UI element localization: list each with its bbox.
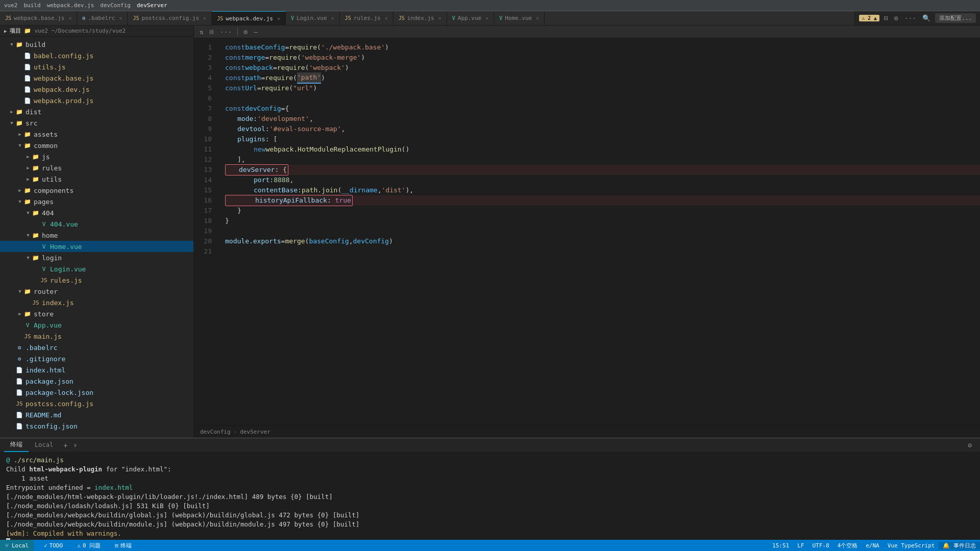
more-icon[interactable]: ··· xyxy=(218,27,233,37)
file-tab-babelrc[interactable]: ⚙ .babelrc ✕ xyxy=(77,11,128,25)
status-ext[interactable]: e/NA xyxy=(862,542,884,549)
tree-item-webpackbase[interactable]: 📄 webpack.base.js xyxy=(0,72,193,84)
status-language[interactable]: Vue TypeScript xyxy=(884,542,939,549)
close-tab-indexjs[interactable]: ✕ xyxy=(438,15,442,21)
tree-item-rules[interactable]: ▶ 📁 rules xyxy=(0,162,193,173)
tree-item-gitignore[interactable]: ⚙ .gitignore xyxy=(0,353,193,364)
tree-item-routerindex[interactable]: JS index.js xyxy=(0,297,193,308)
status-encoding[interactable]: LF xyxy=(793,542,808,549)
tree-item-src[interactable]: ▼ 📁 src xyxy=(0,117,193,129)
tree-item-common[interactable]: ▼ 📁 common xyxy=(0,140,193,151)
terminal-tab-terminal[interactable]: 终端 xyxy=(4,438,29,452)
close-tab-webpackbase[interactable]: ✕ xyxy=(68,15,71,21)
tree-item-webpackdev[interactable]: 📄 webpack.dev.js xyxy=(0,84,193,95)
file-tab-webpackbase[interactable]: JS webpack.base.js ✕ xyxy=(0,11,77,25)
tree-item-dist[interactable]: ▶ 📁 dist xyxy=(0,106,193,117)
tree-item-homefolder[interactable]: ▼ 📁 home xyxy=(0,230,193,241)
status-position[interactable]: 15:51 xyxy=(768,542,793,549)
tree-item-utilsjs[interactable]: 📄 utils.js xyxy=(0,61,193,72)
tree-item-loginvue[interactable]: V Login.vue xyxy=(0,263,193,274)
toolbar-split-icon[interactable]: ⊟ xyxy=(883,13,890,23)
format-icon[interactable]: ⇅ xyxy=(198,27,205,37)
tree-item-webpackprod[interactable]: 📄 webpack.prod.js xyxy=(0,95,193,106)
close-tab-homevue[interactable]: ✕ xyxy=(536,15,539,21)
code-line-4: const path = require('path') xyxy=(225,73,980,83)
file-tab-indexjs[interactable]: JS index.js ✕ xyxy=(394,11,447,25)
toolbar-search-icon[interactable]: 🔍 xyxy=(921,13,932,23)
code-editor[interactable]: 12345 678910 1112131415 1617181920 21 co… xyxy=(194,38,980,425)
close-tab-babelrc[interactable]: ✕ xyxy=(119,15,122,21)
file-tab-appvue[interactable]: V App.vue ✕ xyxy=(447,11,494,25)
tree-item-packagelock[interactable]: 📄 package-lock.json xyxy=(0,387,193,398)
file-tab-loginvue[interactable]: V Login.vue ✕ xyxy=(286,11,340,25)
tree-item-assets[interactable]: ▶ 📁 assets xyxy=(0,129,193,140)
terminal-settings-icon[interactable]: ⚙ xyxy=(964,441,976,449)
tree-item-homevue[interactable]: V Home.vue xyxy=(0,241,193,252)
title-tab-build[interactable]: build xyxy=(24,2,41,9)
close-tab-loginvue[interactable]: ✕ xyxy=(331,15,334,21)
tree-item-packagejson[interactable]: 📄 package.json xyxy=(0,375,193,387)
status-branch[interactable]: ⑂ Local xyxy=(0,540,34,551)
file-tab-homevue[interactable]: V Home.vue ✕ xyxy=(494,11,545,25)
close-tab-rulesjs[interactable]: ✕ xyxy=(385,15,388,21)
tree-item-appvue[interactable]: V App.vue xyxy=(0,319,193,331)
status-issues[interactable]: ⚠ 0 问题 xyxy=(73,542,105,549)
add-config-button[interactable]: 添加配置... xyxy=(935,13,976,23)
terminal-tab-local[interactable]: Local xyxy=(29,438,59,452)
tree-item-404folder[interactable]: ▼ 📁 404 xyxy=(0,207,193,218)
minimize-icon[interactable]: — xyxy=(252,27,259,37)
tree-item-postcssconfig[interactable]: JS postcss.config.js xyxy=(0,398,193,409)
terminal-line-child: Child html-webpack-plugin for "index.htm… xyxy=(6,465,974,474)
toolbar-more-icon[interactable]: ··· xyxy=(903,13,918,23)
terminal-line-entrypoint: Entrypoint undefined = index.html xyxy=(6,483,974,492)
vue-icon-app: V xyxy=(23,322,32,329)
tree-item-pages[interactable]: ▼ 📁 pages xyxy=(0,196,193,207)
icon-packagejson: 📄 xyxy=(15,378,23,385)
close-tab-webpackdev[interactable]: ✕ xyxy=(277,16,280,21)
tree-item-utils[interactable]: ▶ 📁 utils xyxy=(0,173,193,185)
tree-item-babelconfig[interactable]: 📄 babel.config.js xyxy=(0,50,193,61)
file-tab-webpackdev[interactable]: JS webpack.dev.js ✕ xyxy=(212,11,286,25)
toolbar-settings-icon[interactable]: ⚙ xyxy=(893,13,900,23)
title-tab-webpackdevjs[interactable]: webpack.dev.js xyxy=(47,2,94,9)
status-indent[interactable]: 4个空格 xyxy=(834,542,862,549)
status-bar: ⑂ Local ✓ TODO ⚠ 0 问题 ⊟ 终端 15:51 LF UTF-… xyxy=(0,540,980,551)
tree-item-js[interactable]: ▶ 📁 js xyxy=(0,151,193,162)
sidebar-expand-icon[interactable]: ▶ xyxy=(4,29,7,34)
code-content[interactable]: const baseConfig = require('./webpack.ba… xyxy=(217,38,980,425)
status-right: 15:51 LF UTF-8 4个空格 e/NA Vue TypeScript … xyxy=(768,542,980,549)
status-charset[interactable]: UTF-8 xyxy=(808,542,833,549)
tree-item-build[interactable]: ▼ 📁 build xyxy=(0,39,193,50)
split-icon[interactable]: ⊟ xyxy=(208,27,215,37)
label-store: store xyxy=(34,310,54,318)
title-tab-devserver[interactable]: devServer xyxy=(137,2,167,9)
tree-item-babelrc[interactable]: ⚙ .babelrc xyxy=(0,342,193,353)
code-line-12: ], xyxy=(225,155,980,165)
settings-icon[interactable]: ⚙ xyxy=(242,27,249,37)
terminal-content[interactable]: @ ./src/main.js Child html-webpack-plugi… xyxy=(0,453,980,540)
tree-item-readme[interactable]: 📄 README.md xyxy=(0,409,193,420)
warnings-badge[interactable]: ⚠ 2 ▲ xyxy=(859,15,879,21)
tree-item-indexhtml[interactable]: 📄 index.html xyxy=(0,364,193,375)
tree-item-store[interactable]: ▶ 📁 store xyxy=(0,308,193,319)
breadcrumb-devserver[interactable]: devServer xyxy=(240,429,271,435)
tree-item-rulesjs[interactable]: JS rules.js xyxy=(0,274,193,286)
tree-item-loginfolder[interactable]: ▼ 📁 login xyxy=(0,252,193,263)
file-tab-rulesjs[interactable]: JS rules.js ✕ xyxy=(340,11,394,25)
status-terminal[interactable]: ⊟ 终端 xyxy=(111,542,136,549)
tree-item-tsconfig[interactable]: 📄 tsconfig.json xyxy=(0,420,193,432)
status-todo[interactable]: ✓ TODO xyxy=(40,542,67,549)
breadcrumb-devconfig[interactable]: devConfig xyxy=(200,429,231,435)
file-tab-postcss[interactable]: JS postcss.config.js ✕ xyxy=(128,11,212,25)
status-notifications[interactable]: 🔔 事件日志 xyxy=(939,542,980,549)
tree-item-router[interactable]: ▼ 📁 router xyxy=(0,286,193,297)
terminal-add-button[interactable]: + xyxy=(59,441,71,449)
terminal-dropdown[interactable]: ∨ xyxy=(72,442,79,448)
close-tab-appvue[interactable]: ✕ xyxy=(485,15,488,21)
tree-item-404vue[interactable]: V 404.vue xyxy=(0,218,193,230)
close-tab-postcss[interactable]: ✕ xyxy=(203,15,206,21)
tree-item-mainjs[interactable]: JS main.js xyxy=(0,331,193,342)
icon-babelrc: ⚙ xyxy=(15,344,23,351)
title-tab-devconfig[interactable]: devConfig xyxy=(100,2,131,9)
tree-item-components[interactable]: ▶ 📁 components xyxy=(0,185,193,196)
